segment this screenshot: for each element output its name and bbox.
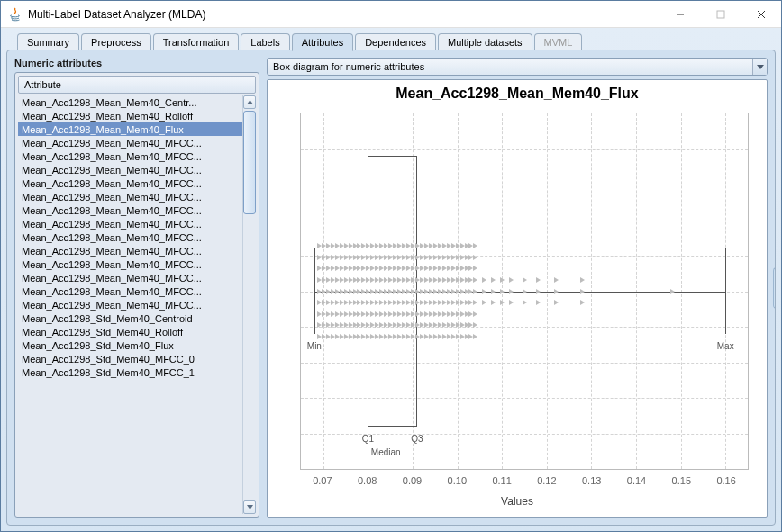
list-item[interactable]: Mean_Acc1298_Mean_Mem40_Rolloff [18, 109, 242, 122]
scroll-thumb[interactable] [243, 111, 256, 214]
scroll-down-button[interactable] [243, 500, 256, 514]
x-tick-label: 0.14 [627, 475, 646, 486]
panel-drag-handle-icon[interactable] [773, 267, 776, 309]
data-point-icon [473, 311, 477, 317]
tab-transformation[interactable]: Transformation [153, 33, 240, 50]
titlebar: Multi-Label Dataset Analyzer (MLDA) [1, 1, 781, 28]
list-item[interactable]: Mean_Acc1298_Mean_Mem40_MFCC... [18, 217, 242, 230]
list-item[interactable]: Mean_Acc1298_Mean_Mem40_MFCC... [18, 136, 242, 149]
left-column: Numeric attributes Attribute Mean_Acc129… [14, 58, 259, 518]
section-title: Numeric attributes [14, 58, 259, 68]
maximize-button[interactable] [700, 1, 741, 27]
scroll-track[interactable] [243, 109, 256, 500]
data-point-icon [509, 277, 514, 283]
data-point-icon [473, 266, 477, 271]
data-point-icon [670, 289, 675, 294]
data-point-icon [536, 277, 541, 283]
label-median: Median [371, 447, 401, 457]
label-max: Max [717, 341, 734, 351]
whisker-min-cap [314, 248, 315, 334]
svg-rect-1 [717, 11, 724, 18]
data-point-icon [473, 300, 477, 305]
content-area: SummaryPreprocessTransformationLabelsAtt… [1, 28, 781, 531]
data-point-icon [554, 289, 559, 294]
chevron-down-icon [752, 59, 767, 75]
data-point-icon [473, 322, 477, 328]
tab-labels[interactable]: Labels [241, 33, 289, 50]
x-tick-label: 0.10 [448, 475, 467, 486]
data-point-icon [536, 300, 541, 305]
scroll-up-button[interactable] [243, 95, 256, 109]
plot-area: MinMaxQ1Q3Median [300, 113, 749, 470]
tab-preprocess[interactable]: Preprocess [81, 33, 151, 50]
app-window: Multi-Label Dataset Analyzer (MLDA) Summ… [0, 0, 782, 532]
list-item[interactable]: Mean_Acc1298_Mean_Mem40_MFCC... [18, 230, 242, 244]
x-axis-ticks: 0.070.080.090.100.110.120.130.140.150.16 [300, 475, 749, 488]
list-item[interactable]: Mean_Acc1298_Mean_Mem40_MFCC... [18, 176, 242, 190]
data-point-icon [482, 289, 486, 294]
tab-mvml: MVML [534, 33, 583, 50]
chart-type-select[interactable]: Box diagram for numeric attributes [267, 58, 768, 76]
data-point-icon [509, 300, 514, 305]
list-item[interactable]: Mean_Acc1298_Mean_Mem40_MFCC... [18, 244, 242, 257]
data-point-icon [473, 334, 477, 339]
list-item[interactable]: Mean_Acc1298_Std_Mem40_MFCC_1 [18, 365, 242, 379]
x-tick-label: 0.16 [716, 475, 735, 486]
svg-marker-5 [247, 505, 253, 509]
list-item[interactable]: Mean_Acc1298_Mean_Mem40_MFCC... [18, 298, 242, 311]
label-q1: Q1 [362, 434, 374, 444]
data-point-icon [500, 300, 505, 305]
svg-marker-6 [757, 65, 764, 69]
data-point-icon [473, 243, 477, 248]
close-button[interactable] [741, 1, 781, 27]
label-min: Min [307, 341, 322, 351]
minimize-button[interactable] [659, 1, 700, 27]
data-point-icon [473, 255, 477, 260]
tab-multiple-datasets[interactable]: Multiple datasets [438, 33, 532, 50]
list-item[interactable]: Mean_Acc1298_Mean_Mem40_MFCC... [18, 190, 242, 203]
list-item[interactable]: Mean_Acc1298_Mean_Mem40_MFCC... [18, 257, 242, 271]
chart-title: Mean_Acc1298_Mean_Mem40_Flux [268, 80, 767, 102]
list-item[interactable]: Mean_Acc1298_Std_Mem40_Flux [18, 338, 242, 352]
data-point-icon [482, 277, 486, 283]
x-tick-label: 0.15 [672, 475, 691, 486]
list-item[interactable]: Mean_Acc1298_Mean_Mem40_MFCC... [18, 203, 242, 217]
gridline [301, 149, 748, 150]
chart-area: Mean_Acc1298_Mean_Mem40_Flux MinMaxQ1Q3M… [267, 79, 768, 518]
window-title: Multi-Label Dataset Analyzer (MLDA) [28, 8, 659, 21]
list-item[interactable]: Mean_Acc1298_Mean_Mem40_MFCC... [18, 149, 242, 163]
tab-dependences[interactable]: Dependences [355, 33, 436, 50]
tab-panel-attributes: Numeric attributes Attribute Mean_Acc129… [6, 50, 776, 526]
label-q3: Q3 [411, 434, 423, 444]
list-item[interactable]: Mean_Acc1298_Mean_Mem40_Flux [18, 122, 242, 136]
data-point-icon [580, 277, 585, 283]
svg-marker-4 [247, 100, 253, 104]
data-point-icon [491, 289, 496, 294]
data-point-icon [482, 300, 486, 305]
data-point-icon [536, 289, 541, 294]
vertical-scrollbar[interactable] [242, 95, 256, 514]
x-tick-label: 0.12 [537, 475, 556, 486]
x-tick-label: 0.11 [492, 475, 511, 486]
list-item[interactable]: Mean_Acc1298_Mean_Mem40_MFCC... [18, 284, 242, 298]
list-item[interactable]: Mean_Acc1298_Std_Mem40_Rolloff [18, 325, 242, 338]
column-header-attribute[interactable]: Attribute [18, 76, 256, 94]
data-point-icon [523, 277, 527, 283]
attribute-table: Attribute Mean_Acc1298_Mean_Mem40_Centr.… [14, 72, 259, 518]
data-point-icon [554, 277, 559, 283]
tab-summary[interactable]: Summary [17, 33, 79, 50]
data-point-icon [554, 300, 559, 305]
data-point-icon [473, 289, 477, 294]
list-item[interactable]: Mean_Acc1298_Std_Mem40_MFCC_0 [18, 352, 242, 365]
list-item[interactable]: Mean_Acc1298_Mean_Mem40_MFCC... [18, 271, 242, 284]
data-point-icon [523, 289, 527, 294]
attribute-list[interactable]: Mean_Acc1298_Mean_Mem40_Centr...Mean_Acc… [18, 95, 242, 514]
right-column: Box diagram for numeric attributes Mean_… [267, 58, 768, 518]
list-item[interactable]: Mean_Acc1298_Mean_Mem40_MFCC... [18, 163, 242, 176]
data-point-icon [523, 300, 527, 305]
tab-attributes[interactable]: Attributes [292, 33, 353, 51]
data-point-icon [580, 300, 585, 305]
x-tick-label: 0.07 [313, 475, 332, 486]
list-item[interactable]: Mean_Acc1298_Std_Mem40_Centroid [18, 311, 242, 325]
list-item[interactable]: Mean_Acc1298_Mean_Mem40_Centr... [18, 95, 242, 109]
